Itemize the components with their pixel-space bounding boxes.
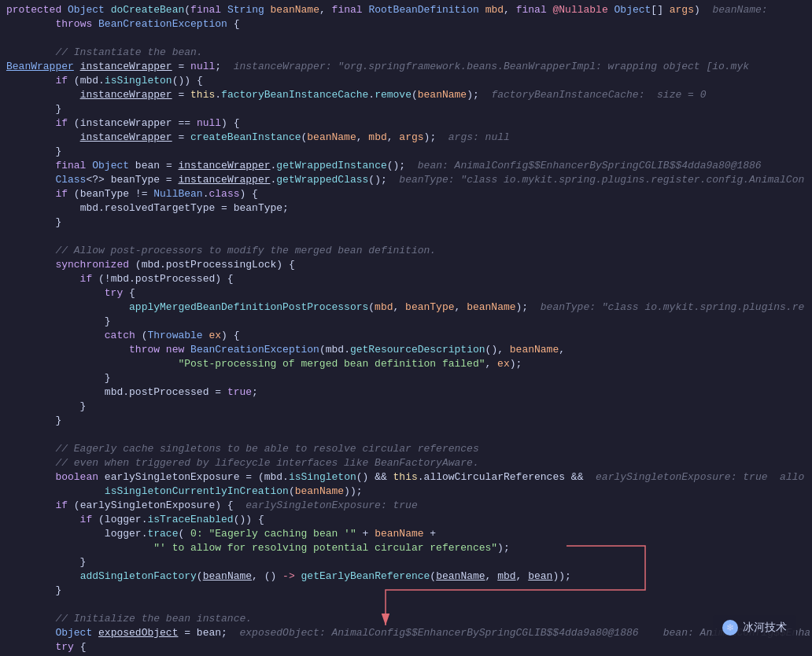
code-line: instanceWrapper = this.factoryBeanInstan… — [0, 88, 812, 102]
code-line: isSingletonCurrentlyInCreation(beanName)… — [0, 485, 812, 499]
code-line: if (earlySingletonExposure) { earlySingl… — [0, 499, 812, 513]
watermark-text: 冰河技术 — [743, 621, 787, 635]
code-line: } — [0, 555, 812, 569]
code-line: Class<?> beanType = instanceWrapper.getW… — [0, 173, 812, 187]
code-line: BeanWrapper instanceWrapper = null; inst… — [0, 60, 812, 74]
code-line: } — [0, 400, 812, 414]
code-line: catch (Throwable ex) { — [0, 329, 812, 343]
code-line: mbd.postProcessed = true; — [0, 385, 812, 400]
code-line: if (beanType != NullBean.class) { — [0, 187, 812, 201]
code-line: // even when triggered by lifecycle inte… — [0, 456, 812, 470]
code-line: } — [0, 102, 812, 116]
code-line: "Post-processing of merged bean definiti… — [0, 357, 812, 371]
code-line: try { — [0, 286, 812, 300]
code-line: if (mbd.isSingleton()) { — [0, 74, 812, 88]
code-line: protected Object doCreateBean(final Stri… — [0, 3, 812, 17]
code-line: final Object bean = instanceWrapper.getW… — [0, 159, 812, 173]
code-line: } — [0, 216, 812, 230]
code-line: } — [0, 315, 812, 329]
code-line: // Initialize the bean instance. — [0, 612, 812, 626]
code-line: "' to allow for resolving potential circ… — [0, 541, 812, 555]
watermark-icon: ❄ — [722, 620, 738, 636]
code-line: } — [0, 145, 812, 159]
code-line: } — [0, 371, 812, 385]
code-line — [0, 428, 812, 442]
code-line: logger.trace( 0: "Eagerly caching bean '… — [0, 527, 812, 541]
code-line: if (logger.isTraceEnabled()) { — [0, 513, 812, 527]
code-editor: protected Object doCreateBean(final Stri… — [0, 0, 812, 656]
code-line: mbd.resolvedTargetType = beanType; — [0, 201, 812, 216]
code-line — [0, 31, 812, 46]
code-line: try { — [0, 640, 812, 654]
code-line-addsingleton: addSingletonFactory(beanName, () -> getE… — [0, 569, 812, 584]
code-line: throw new BeanCreationException(mbd.getR… — [0, 343, 812, 357]
code-line: // Allow post-processors to modify the m… — [0, 244, 812, 258]
code-line: if (instanceWrapper == null) { — [0, 116, 812, 131]
code-line — [0, 598, 812, 612]
code-line: if (!mbd.postProcessed) { — [0, 272, 812, 286]
code-line — [0, 230, 812, 244]
code-line: Object exposedObject = bean; exposedObje… — [0, 626, 812, 640]
code-line: synchronized (mbd.postProcessingLock) { — [0, 258, 812, 272]
watermark: ❄ 冰河技术 — [713, 615, 796, 640]
code-line: applyMergedBeanDefinitionPostProcessors(… — [0, 300, 812, 315]
code-line: // Eagerly cache singletons to be able t… — [0, 442, 812, 456]
code-line: boolean earlySingletonExposure = (mbd.is… — [0, 470, 812, 485]
code-line: } — [0, 584, 812, 598]
code-line: // Instantiate the bean. — [0, 46, 812, 60]
code-line: throws BeanCreationException { — [0, 17, 812, 31]
code-line: } — [0, 414, 812, 428]
code-line: instanceWrapper = createBeanInstance(bea… — [0, 131, 812, 145]
